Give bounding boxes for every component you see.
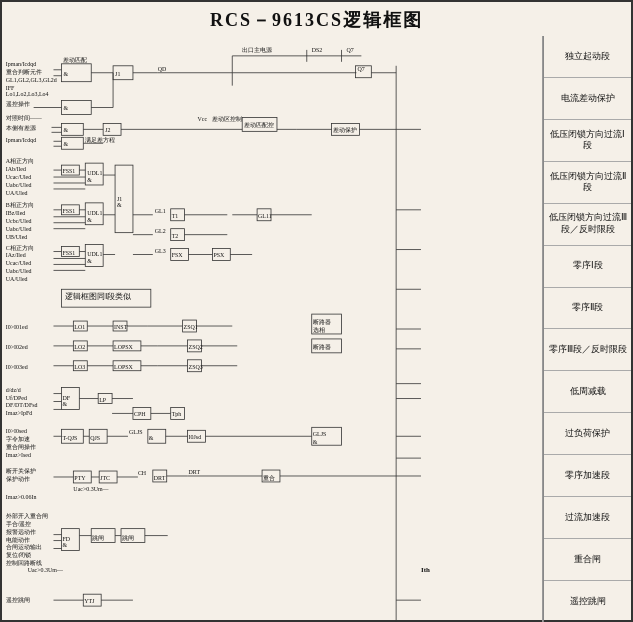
svg-text:重合闸操作: 重合闸操作 — [6, 444, 36, 450]
svg-text:差动区控制: 差动区控制 — [212, 116, 242, 122]
svg-text:QD: QD — [158, 66, 167, 72]
svg-text:重合: 重合 — [263, 475, 275, 481]
svg-text:&: & — [63, 105, 68, 111]
svg-text:FSS1: FSS1 — [62, 208, 75, 214]
svg-text:UB/Uled: UB/Uled — [6, 234, 27, 240]
svg-text:INST: INST — [114, 324, 128, 330]
right-panel-item-3: 低压闭锁方向过流Ⅰ段 — [544, 120, 631, 162]
svg-text:Q7: Q7 — [357, 66, 364, 72]
svg-text:LOPSX: LOPSX — [114, 344, 134, 350]
right-panel-item-12: 过流加速段 — [544, 497, 631, 539]
right-panel-item-4: 低压闭锁方向过流Ⅱ段 — [544, 162, 631, 204]
svg-text:出口主电源: 出口主电源 — [242, 46, 272, 53]
svg-text:d/dz/d: d/dz/d — [6, 387, 21, 393]
svg-text:逻辑框图同Ⅰ段类似: 逻辑框图同Ⅰ段类似 — [65, 292, 132, 301]
svg-text:DF/DT/DFsd: DF/DT/DFsd — [6, 402, 38, 408]
svg-text:CPH: CPH — [134, 411, 146, 417]
svg-text:PSX: PSX — [213, 252, 225, 258]
svg-text:Uabc/Uled: Uabc/Uled — [6, 182, 32, 188]
svg-text:Ucac/Uled: Ucac/Uled — [6, 260, 31, 266]
svg-text:&: & — [62, 401, 67, 407]
svg-text:CH: CH — [138, 470, 147, 476]
svg-text:ZSQ2: ZSQ2 — [189, 344, 203, 350]
svg-text:外部开入重合闸: 外部开入重合闸 — [6, 512, 48, 519]
svg-text:GL11: GL11 — [258, 213, 272, 219]
svg-text:UDL1: UDL1 — [87, 251, 102, 257]
page-wrapper: RCS－9613CS逻辑框图 text { font-family: 'SimS… — [0, 0, 633, 622]
svg-text:FSX: FSX — [172, 252, 184, 258]
svg-text:DRT: DRT — [154, 475, 166, 481]
svg-text:控制回路断线: 控制回路断线 — [6, 560, 42, 566]
content-area: text { font-family: 'SimSun', 'STSong', … — [2, 36, 631, 622]
svg-text:I0>I0sed: I0>I0sed — [6, 428, 27, 434]
right-panel-item-6: 零序Ⅰ段 — [544, 246, 631, 288]
svg-text:YTJ: YTJ — [84, 598, 95, 604]
svg-text:&: & — [63, 71, 68, 77]
svg-text:&: & — [62, 542, 67, 548]
svg-text:IAb/Iled: IAb/Iled — [6, 166, 26, 172]
right-panel: 独立起动段 电流差动保护 低压闭锁方向过流Ⅰ段 低压闭锁方向过流Ⅱ段 低压闭锁方… — [543, 36, 631, 622]
svg-text:C相正方向: C相正方向 — [6, 244, 34, 251]
right-panel-item-5: 低压闭锁方向过流Ⅲ段／反时限段 — [544, 204, 631, 246]
svg-text:Uac>0.3Um—: Uac>0.3Um— — [73, 486, 108, 492]
svg-text:Q7: Q7 — [346, 47, 353, 53]
svg-text:Uabc/Uled: Uabc/Uled — [6, 268, 32, 274]
svg-text:跳闸: 跳闸 — [122, 535, 134, 541]
svg-text:Uf/DPed: Uf/DPed — [6, 395, 27, 401]
svg-text:&: & — [63, 127, 68, 133]
svg-text:Imaz>IpFd: Imaz>IpFd — [6, 410, 32, 416]
svg-text:手合/遥控: 手合/遥控 — [6, 520, 32, 527]
svg-text:UDL1: UDL1 — [87, 170, 102, 176]
svg-text:&: & — [117, 202, 122, 208]
svg-text:&: & — [63, 141, 68, 147]
svg-text:差动匹配: 差动匹配 — [63, 57, 87, 63]
svg-text:UA/Uled: UA/Uled — [6, 276, 28, 282]
svg-text:Uabc/Uled: Uabc/Uled — [6, 226, 32, 232]
svg-text:A相正方向: A相正方向 — [6, 157, 34, 164]
svg-text:复位/闭锁: 复位/闭锁 — [6, 552, 32, 558]
svg-text:DF: DF — [62, 395, 70, 401]
svg-text:&: & — [149, 435, 154, 441]
right-panel-item-13: 重合闸 — [544, 539, 631, 581]
svg-text:合闸运动输出: 合闸运动输出 — [6, 544, 42, 550]
svg-text:Ucbc/Uled: Ucbc/Uled — [6, 218, 32, 224]
svg-text:PTY: PTY — [74, 475, 86, 481]
svg-text:GL1,GL2,GL3,GL2d: GL1,GL2,GL3,GL2d — [6, 77, 57, 83]
svg-text:LO2: LO2 — [74, 344, 85, 350]
page-title: RCS－9613CS逻辑框图 — [2, 2, 631, 36]
svg-text:&: & — [87, 217, 92, 223]
svg-text:I0>I01ed: I0>I01ed — [6, 324, 28, 330]
svg-text:Imaz>0.06In: Imaz>0.06In — [6, 494, 37, 500]
right-panel-item-1: 独立起动段 — [544, 36, 631, 78]
svg-text:T-QJS: T-QJS — [62, 435, 77, 441]
svg-text:LO3: LO3 — [74, 364, 85, 370]
svg-text:LOPSX: LOPSX — [114, 364, 134, 370]
svg-text:本侧有差源: 本侧有差源 — [6, 125, 36, 131]
svg-text:选相: 选相 — [313, 327, 325, 333]
svg-text:J1: J1 — [115, 71, 120, 77]
svg-text:I0Jsd: I0Jsd — [189, 434, 202, 440]
svg-text:T1: T1 — [172, 213, 179, 219]
svg-text:GL1: GL1 — [155, 208, 166, 214]
svg-text:Tph: Tph — [172, 411, 182, 417]
svg-text:I0>I02ed: I0>I02ed — [6, 344, 28, 350]
svg-text:GLJS: GLJS — [129, 429, 143, 435]
svg-text:断路器: 断路器 — [313, 319, 331, 325]
svg-text:LO1: LO1 — [74, 324, 85, 330]
svg-text:重合判断元件: 重合判断元件 — [6, 69, 42, 75]
svg-text:DRT: DRT — [189, 469, 201, 475]
right-panel-item-11: 零序加速段 — [544, 455, 631, 497]
svg-text:IBz/Iled: IBz/Iled — [6, 210, 25, 216]
svg-text:ZSQ3: ZSQ3 — [189, 364, 203, 370]
svg-text:&: & — [87, 258, 92, 264]
diagram-area: text { font-family: 'SimSun', 'STSong', … — [2, 36, 543, 622]
svg-text:Imaz>Ised: Imaz>Ised — [6, 452, 31, 458]
svg-text:LP: LP — [99, 397, 107, 403]
svg-text:差动匹配控: 差动匹配控 — [244, 122, 274, 128]
svg-text:&: & — [313, 439, 318, 445]
svg-text:T2: T2 — [172, 233, 179, 239]
svg-text:遥控跳闸: 遥控跳闸 — [6, 596, 30, 603]
right-panel-item-10: 过负荷保护 — [544, 413, 631, 455]
svg-text:Uac>0.3Um—: Uac>0.3Um— — [28, 567, 63, 573]
svg-text:保护动作: 保护动作 — [6, 475, 30, 482]
